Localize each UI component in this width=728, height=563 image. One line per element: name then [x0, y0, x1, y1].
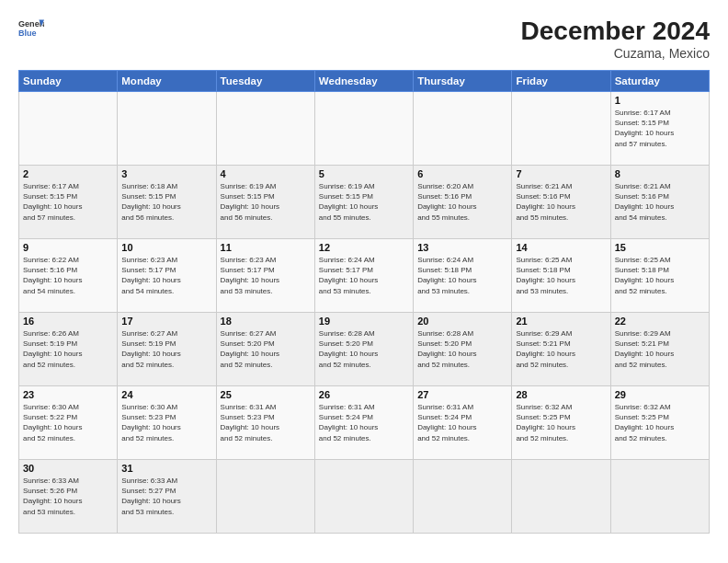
- header-row: SundayMondayTuesdayWednesdayThursdayFrid…: [19, 71, 710, 92]
- day-info: Sunrise: 6:17 AM Sunset: 5:15 PM Dayligh…: [615, 108, 705, 149]
- calendar-cell: [610, 460, 709, 534]
- calendar-cell: [512, 460, 610, 534]
- day-info: Sunrise: 6:19 AM Sunset: 5:15 PM Dayligh…: [319, 181, 409, 223]
- day-info: Sunrise: 6:31 AM Sunset: 5:23 PM Dayligh…: [221, 402, 311, 443]
- calendar-body: 1Sunrise: 6:17 AM Sunset: 5:15 PM Daylig…: [19, 92, 710, 534]
- calendar-cell: [118, 92, 216, 166]
- day-info: Sunrise: 6:33 AM Sunset: 5:27 PM Dayligh…: [121, 476, 211, 517]
- page: General Blue December 2024 Cuzama, Mexic…: [0, 0, 728, 563]
- calendar-cell: 8Sunrise: 6:21 AM Sunset: 5:16 PM Daylig…: [610, 166, 709, 239]
- day-number: 25: [221, 389, 311, 400]
- day-number: 21: [516, 316, 606, 327]
- calendar-cell: 14Sunrise: 6:25 AM Sunset: 5:18 PM Dayli…: [512, 239, 610, 313]
- week-row-4: 16Sunrise: 6:26 AM Sunset: 5:19 PM Dayli…: [19, 313, 710, 386]
- week-row-5: 23Sunrise: 6:30 AM Sunset: 5:22 PM Dayli…: [19, 386, 710, 460]
- calendar-cell: 23Sunrise: 6:30 AM Sunset: 5:22 PM Dayli…: [19, 386, 118, 460]
- calendar-cell: 12Sunrise: 6:24 AM Sunset: 5:17 PM Dayli…: [314, 239, 413, 313]
- day-number: 8: [615, 168, 705, 179]
- day-info: Sunrise: 6:33 AM Sunset: 5:26 PM Dayligh…: [23, 476, 113, 517]
- day-info: Sunrise: 6:22 AM Sunset: 5:16 PM Dayligh…: [23, 255, 113, 296]
- day-info: Sunrise: 6:18 AM Sunset: 5:15 PM Dayligh…: [121, 181, 211, 223]
- day-number: 26: [319, 389, 409, 400]
- day-number: 6: [417, 168, 507, 179]
- day-info: Sunrise: 6:30 AM Sunset: 5:23 PM Dayligh…: [121, 402, 211, 443]
- day-info: Sunrise: 6:31 AM Sunset: 5:24 PM Dayligh…: [319, 402, 409, 443]
- calendar-cell: 21Sunrise: 6:29 AM Sunset: 5:21 PM Dayli…: [512, 313, 610, 386]
- day-number: 1: [615, 95, 705, 106]
- day-number: 16: [23, 316, 113, 327]
- day-info: Sunrise: 6:27 AM Sunset: 5:20 PM Dayligh…: [221, 328, 311, 370]
- month-title: December 2024: [521, 17, 710, 46]
- week-row-1: 1Sunrise: 6:17 AM Sunset: 5:15 PM Daylig…: [19, 92, 710, 166]
- calendar-cell: 2Sunrise: 6:17 AM Sunset: 5:15 PM Daylig…: [19, 166, 118, 239]
- header-day-friday: Friday: [512, 71, 610, 92]
- calendar-cell: 6Sunrise: 6:20 AM Sunset: 5:16 PM Daylig…: [414, 166, 512, 239]
- calendar-cell: [216, 92, 314, 166]
- calendar-cell: 9Sunrise: 6:22 AM Sunset: 5:16 PM Daylig…: [19, 239, 118, 313]
- day-number: 5: [319, 168, 409, 179]
- day-info: Sunrise: 6:21 AM Sunset: 5:16 PM Dayligh…: [615, 181, 705, 223]
- day-info: Sunrise: 6:23 AM Sunset: 5:17 PM Dayligh…: [121, 255, 211, 296]
- day-number: 20: [417, 316, 507, 327]
- day-info: Sunrise: 6:32 AM Sunset: 5:25 PM Dayligh…: [516, 402, 606, 443]
- calendar-cell: 13Sunrise: 6:24 AM Sunset: 5:18 PM Dayli…: [414, 239, 512, 313]
- calendar-cell: 31Sunrise: 6:33 AM Sunset: 5:27 PM Dayli…: [118, 460, 216, 534]
- day-number: 22: [615, 316, 705, 327]
- day-info: Sunrise: 6:25 AM Sunset: 5:18 PM Dayligh…: [615, 255, 705, 296]
- calendar-cell: [314, 92, 413, 166]
- calendar-header: SundayMondayTuesdayWednesdayThursdayFrid…: [19, 71, 710, 92]
- day-info: Sunrise: 6:30 AM Sunset: 5:22 PM Dayligh…: [23, 402, 113, 443]
- day-number: 30: [23, 463, 113, 474]
- day-info: Sunrise: 6:24 AM Sunset: 5:18 PM Dayligh…: [417, 255, 507, 296]
- day-number: 17: [121, 316, 211, 327]
- day-info: Sunrise: 6:29 AM Sunset: 5:21 PM Dayligh…: [615, 328, 705, 370]
- header: General Blue December 2024 Cuzama, Mexic…: [18, 17, 710, 61]
- day-info: Sunrise: 6:28 AM Sunset: 5:20 PM Dayligh…: [319, 328, 409, 370]
- day-info: Sunrise: 6:21 AM Sunset: 5:16 PM Dayligh…: [516, 181, 606, 223]
- header-day-monday: Monday: [118, 71, 216, 92]
- week-row-3: 9Sunrise: 6:22 AM Sunset: 5:16 PM Daylig…: [19, 239, 710, 313]
- calendar-cell: 29Sunrise: 6:32 AM Sunset: 5:25 PM Dayli…: [610, 386, 709, 460]
- svg-text:Blue: Blue: [18, 29, 37, 38]
- calendar-cell: 10Sunrise: 6:23 AM Sunset: 5:17 PM Dayli…: [118, 239, 216, 313]
- day-number: 2: [23, 168, 113, 179]
- day-info: Sunrise: 6:32 AM Sunset: 5:25 PM Dayligh…: [615, 402, 705, 443]
- header-day-saturday: Saturday: [610, 71, 709, 92]
- calendar-cell: [414, 460, 512, 534]
- day-number: 15: [615, 242, 705, 253]
- day-number: 24: [121, 389, 211, 400]
- day-number: 13: [417, 242, 507, 253]
- day-info: Sunrise: 6:27 AM Sunset: 5:19 PM Dayligh…: [121, 328, 211, 370]
- day-number: 9: [23, 242, 113, 253]
- calendar-cell: 15Sunrise: 6:25 AM Sunset: 5:18 PM Dayli…: [610, 239, 709, 313]
- day-number: 10: [121, 242, 211, 253]
- day-number: 27: [417, 389, 507, 400]
- calendar-cell: 11Sunrise: 6:23 AM Sunset: 5:17 PM Dayli…: [216, 239, 314, 313]
- week-row-2: 2Sunrise: 6:17 AM Sunset: 5:15 PM Daylig…: [19, 166, 710, 239]
- day-number: 23: [23, 389, 113, 400]
- day-number: 4: [221, 168, 311, 179]
- calendar-cell: [512, 92, 610, 166]
- day-number: 29: [615, 389, 705, 400]
- calendar-cell: [414, 92, 512, 166]
- day-info: Sunrise: 6:25 AM Sunset: 5:18 PM Dayligh…: [516, 255, 606, 296]
- location-subtitle: Cuzama, Mexico: [521, 46, 710, 61]
- calendar-cell: [216, 460, 314, 534]
- header-day-thursday: Thursday: [414, 71, 512, 92]
- calendar-cell: 25Sunrise: 6:31 AM Sunset: 5:23 PM Dayli…: [216, 386, 314, 460]
- calendar-cell: 24Sunrise: 6:30 AM Sunset: 5:23 PM Dayli…: [118, 386, 216, 460]
- day-number: 14: [516, 242, 606, 253]
- calendar-cell: 30Sunrise: 6:33 AM Sunset: 5:26 PM Dayli…: [19, 460, 118, 534]
- day-number: 7: [516, 168, 606, 179]
- calendar-cell: [314, 460, 413, 534]
- day-info: Sunrise: 6:26 AM Sunset: 5:19 PM Dayligh…: [23, 328, 113, 370]
- day-number: 31: [121, 463, 211, 474]
- calendar-cell: 19Sunrise: 6:28 AM Sunset: 5:20 PM Dayli…: [314, 313, 413, 386]
- calendar-cell: 28Sunrise: 6:32 AM Sunset: 5:25 PM Dayli…: [512, 386, 610, 460]
- day-info: Sunrise: 6:29 AM Sunset: 5:21 PM Dayligh…: [516, 328, 606, 370]
- calendar-cell: [19, 92, 118, 166]
- day-number: 19: [319, 316, 409, 327]
- calendar-cell: 27Sunrise: 6:31 AM Sunset: 5:24 PM Dayli…: [414, 386, 512, 460]
- header-day-wednesday: Wednesday: [314, 71, 413, 92]
- header-day-sunday: Sunday: [19, 71, 118, 92]
